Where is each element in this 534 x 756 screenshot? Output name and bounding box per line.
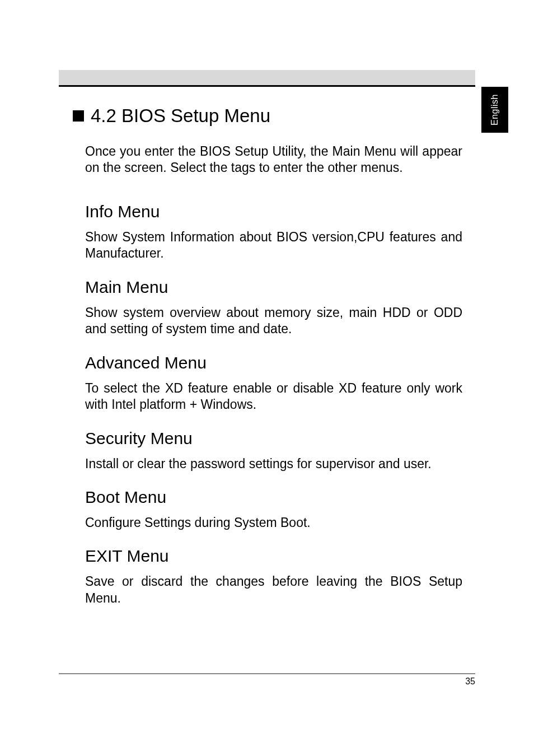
section-boot-menu: Boot Menu Configure Settings during Syst… — [85, 488, 462, 531]
language-tab: English — [481, 87, 508, 133]
page-number: 35 — [465, 676, 475, 687]
header-bar — [59, 70, 475, 87]
section-heading: Advanced Menu — [85, 353, 462, 372]
section-info-menu: Info Menu Show System Information about … — [85, 202, 462, 262]
section-heading: EXIT Menu — [85, 547, 462, 566]
section-heading: Main Menu — [85, 278, 462, 297]
page-content: 4.2 BIOS Setup Menu Once you enter the B… — [73, 105, 462, 622]
section-body: Show system overview about memory size, … — [85, 305, 462, 338]
section-exit-menu: EXIT Menu Save or discard the changes be… — [85, 547, 462, 606]
bullet-square-icon — [73, 110, 84, 122]
section-advanced-menu: Advanced Menu To select the XD feature e… — [85, 353, 462, 413]
footer-divider — [59, 673, 475, 674]
section-body: Show System Information about BIOS versi… — [85, 229, 462, 262]
section-heading: Security Menu — [85, 429, 462, 448]
main-heading: 4.2 BIOS Setup Menu — [73, 105, 462, 127]
section-body: Install or clear the password settings f… — [85, 456, 462, 472]
section-heading: Boot Menu — [85, 488, 462, 507]
section-heading: Info Menu — [85, 202, 462, 221]
section-body: Configure Settings during System Boot. — [85, 515, 462, 531]
section-security-menu: Security Menu Install or clear the passw… — [85, 429, 462, 472]
section-body: To select the XD feature enable or disab… — [85, 380, 462, 413]
language-tab-label: English — [490, 94, 500, 125]
main-heading-text: 4.2 BIOS Setup Menu — [91, 105, 270, 127]
section-main-menu: Main Menu Show system overview about mem… — [85, 278, 462, 338]
intro-paragraph: Once you enter the BIOS Setup Utility, t… — [85, 143, 462, 176]
section-body: Save or discard the changes before leavi… — [85, 573, 462, 606]
